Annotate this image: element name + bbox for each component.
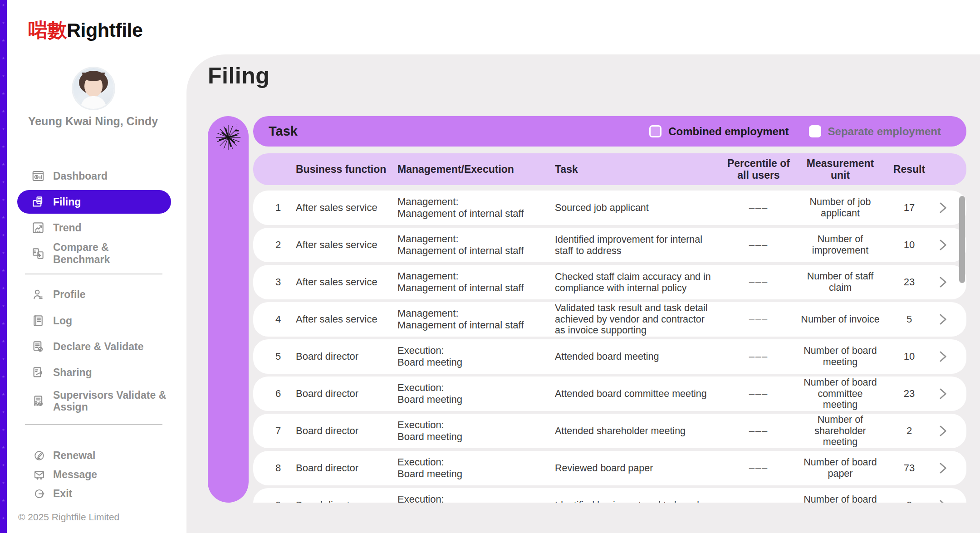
sidebar-item-supervisors-validate-assign[interactable]: Supervisors Validate & Assign [17,385,181,417]
row-management-execution: Management: Management of internal staff [397,270,547,294]
row-task: Attended board meeting [555,351,716,362]
table-row[interactable]: 2 After sales service Management: Manage… [253,228,966,262]
strip-pattern: * * * * * * * * * * * * * * * * * * * * … [0,0,7,533]
logo-cjk-text: 啱數 [28,19,67,41]
row-business-function: Board director [296,499,393,503]
sidebar-divider [25,424,162,425]
log-icon [31,313,45,328]
row-number: 5 [267,351,289,362]
row-result: 23 [889,276,930,288]
row-management-execution: Execution: Board meeting [397,456,547,480]
row-task: Checked staff claim accuracy and in comp… [555,271,716,293]
row-task: Identified improvement for internal staf… [555,234,716,256]
row-business-function: After sales service [296,313,393,325]
dashboard-icon [31,169,45,183]
sharing-icon [31,365,45,380]
logo-latin-text: Rightfile [67,19,142,41]
side-accent-pill [208,116,249,503]
scrollbar-thumb[interactable] [959,196,965,283]
row-chevron-icon[interactable] [936,349,950,364]
sidebar-item-compare-benchmark[interactable]: Compare & Benchmark [17,242,181,265]
row-result: 5 [889,313,930,325]
row-task: Attended board committee meeting [555,388,716,400]
sidebar-item-label: Renewal [53,450,167,462]
sidebar-item-label: Sharing [53,367,167,379]
sidebar-item-label: Trend [53,222,167,234]
message-icon [32,467,46,482]
edge-accent-strip: * * * * * * * * * * * * * * * * * * * * … [0,0,7,533]
separate-employment-checkbox[interactable] [809,125,821,137]
row-chevron-icon[interactable] [936,274,950,290]
row-chevron-icon[interactable] [936,200,950,215]
table-row[interactable]: 9 Board director Execution: Board meetin… [253,488,966,503]
table-row[interactable]: 5 Board director Execution: Board meetin… [253,339,966,374]
sidebar-item-renewal[interactable]: Renewal [17,446,181,465]
row-management-execution: Management: Management of internal staff [397,308,547,332]
row-measurement-unit: Number of invoice [799,314,881,325]
sidebar-item-profile[interactable]: Profile [17,283,181,306]
row-chevron-icon[interactable] [936,498,950,503]
row-percentile: ––– [731,499,786,503]
table-row[interactable]: 7 Board director Execution: Board meetin… [253,414,966,448]
starburst-icon [214,122,242,151]
table-row[interactable]: 3 After sales service Management: Manage… [253,265,966,299]
sidebar-item-label: Log [53,315,167,327]
row-chevron-icon[interactable] [936,386,950,401]
row-chevron-icon[interactable] [936,460,950,476]
row-percentile: ––– [731,202,786,214]
sidebar-item-dashboard[interactable]: Dashboard [17,164,181,188]
sidebar-item-log[interactable]: Log [17,309,181,333]
row-result: 73 [889,462,930,474]
table-row[interactable]: 8 Board director Execution: Board meetin… [253,451,966,485]
table-row[interactable]: 6 Board director Execution: Board meetin… [253,377,966,411]
sidebar-item-label: Dashboard [53,170,167,182]
row-percentile: ––– [731,313,786,325]
sidebar-item-trend[interactable]: Trend [17,216,181,240]
supervisors-icon [31,394,45,408]
profile-icon [31,287,45,302]
row-number: 2 [267,239,289,251]
row-chevron-icon[interactable] [936,237,950,253]
row-result: 10 [889,351,930,362]
table-body: 1 After sales service Management: Manage… [253,191,966,503]
page-title: Filing [208,63,270,89]
row-number: 6 [267,388,289,400]
row-business-function: Board director [296,462,393,474]
sidebar-item-declare-validate[interactable]: Declare & Validate [17,335,181,358]
row-result: 10 [889,239,930,251]
row-number: 9 [267,499,289,503]
row-chevron-icon[interactable] [936,312,950,327]
filter-separate-employment: Separate employment [809,125,941,138]
row-result: 3 [889,499,930,503]
sidebar-item-label: Supervisors Validate & Assign [53,389,167,413]
table-row[interactable]: 1 After sales service Management: Manage… [253,191,966,225]
column-header-business-function: Business function [296,163,386,175]
row-percentile: ––– [731,425,786,437]
sidebar-item-message[interactable]: Message [17,465,181,484]
trend-icon [31,220,45,235]
copyright: © 2025 Rightfile Limited [18,512,119,523]
sidebar-item-label: Declare & Validate [53,341,167,353]
row-chevron-icon[interactable] [936,423,950,439]
row-percentile: ––– [731,388,786,400]
sidebar-item-exit[interactable]: Exit [17,484,181,503]
combined-employment-checkbox[interactable] [649,125,662,137]
row-management-execution: Management: Management of internal staff [397,196,547,220]
row-management-execution: Management: Management of internal staff [397,233,547,257]
sidebar: 啱數Rightfile Yeung Kwai Ning, Cindy Dashb… [7,0,186,533]
sidebar-item-sharing[interactable]: Sharing [17,361,181,384]
panel-title: Task [269,124,298,139]
row-management-execution: Execution: Board meeting [397,345,547,369]
row-percentile: ––– [731,462,786,474]
row-management-execution: Execution: Board meeting [397,382,547,406]
compare-icon [31,246,45,261]
row-business-function: After sales service [296,239,393,251]
row-measurement-unit: Number of board resolution [799,494,881,503]
table-row[interactable]: 4 After sales service Management: Manage… [253,302,966,337]
row-management-execution: Execution: Board meeting [397,494,547,503]
avatar [73,68,114,109]
sidebar-item-label: Filing [53,196,167,208]
row-task: Reviewed board paper [555,463,716,474]
sidebar-item-filing[interactable]: Filing [17,190,171,214]
row-measurement-unit: Number of board paper [799,457,881,479]
